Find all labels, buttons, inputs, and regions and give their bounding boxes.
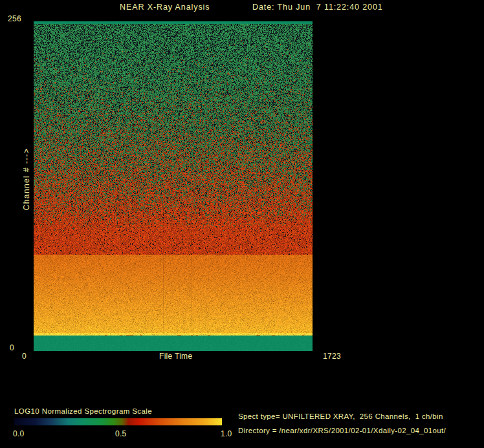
spect-type-label: Spect type= UNFILTERED XRAY, 256 Channel…	[238, 413, 443, 421]
y-axis-min-label: 0	[10, 344, 14, 352]
near-xray-analysis-window: NEAR X-Ray Analysis Date: Thu Jun 7 11:2…	[0, 0, 484, 448]
directory-label: Directory = /near/xdr/XRS/2001/02-01/Xda…	[238, 427, 446, 435]
y-axis-max-label: 256	[8, 15, 21, 23]
colorbar-tick-min: 0.0	[13, 430, 25, 438]
x-axis-max-label: 1723	[323, 352, 341, 360]
colorbar-tick-mid: 0.5	[115, 430, 127, 438]
page-title: NEAR X-Ray Analysis	[120, 3, 210, 12]
spectrogram-canvas	[34, 21, 313, 351]
colorbar-title: LOG10 Normalized Spectrogram Scale	[14, 408, 152, 416]
colorbar-gradient	[14, 418, 222, 425]
x-axis-title: File Time	[159, 352, 192, 360]
y-axis-title: Channel # --->	[23, 148, 30, 211]
colorbar-tick-max: 1.0	[221, 430, 232, 438]
x-axis-min-label: 0	[22, 352, 27, 360]
date-label: Date: Thu Jun 7 11:22:40 2001	[252, 3, 383, 12]
